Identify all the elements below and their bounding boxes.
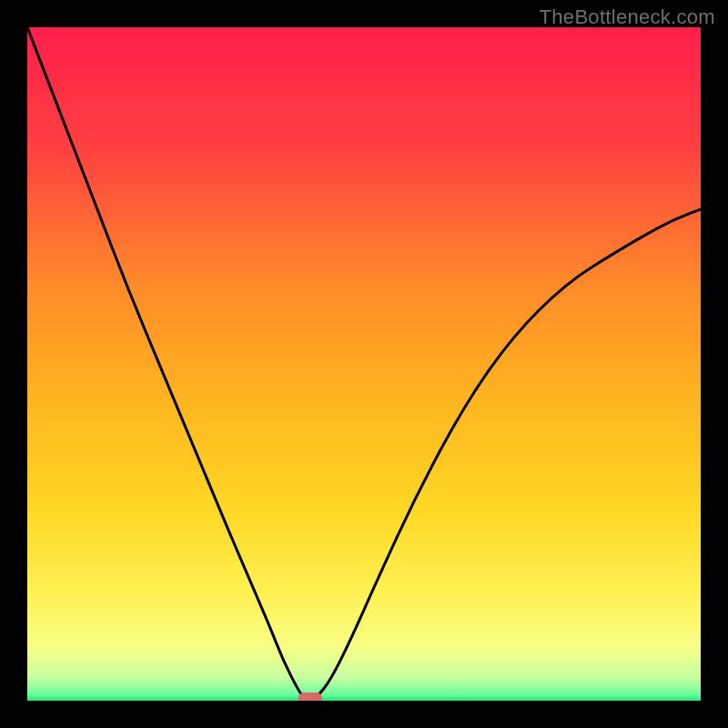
optimum-marker [298,693,322,701]
gradient-background [27,27,701,701]
chart-frame: TheBottleneck.com [0,0,728,728]
watermark-text: TheBottleneck.com [540,5,715,29]
chart-svg [27,27,701,701]
plot-area [27,27,701,701]
